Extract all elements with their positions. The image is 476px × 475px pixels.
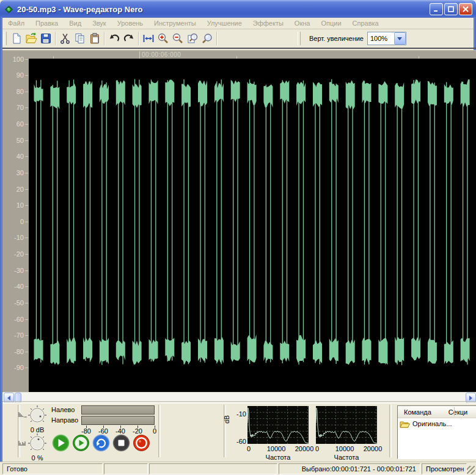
- menu-item-4[interactable]: Звук: [87, 19, 112, 27]
- menu-item-11[interactable]: Справка: [347, 19, 384, 27]
- toolbar-gripper[interactable]: [4, 32, 7, 45]
- menu-item-10[interactable]: Опции: [315, 19, 346, 27]
- toolbar-separator: [138, 32, 139, 45]
- time-ruler[interactable]: 00:00:06:000: [2, 50, 476, 59]
- level-meter-right: [81, 416, 155, 425]
- redo-button[interactable]: [122, 31, 136, 46]
- app-icon: [4, 4, 14, 15]
- spectrum-display-right: [316, 406, 377, 444]
- open-folder-icon: [25, 32, 37, 45]
- amplitude-scale: 1009080706050403020100-10-20-30-40-50-60…: [2, 59, 29, 392]
- vertical-zoom-label: Верт. увеличение: [309, 35, 364, 42]
- save-button[interactable]: [38, 31, 53, 46]
- undo-button[interactable]: [107, 31, 122, 46]
- zoom-selection-icon: [186, 32, 199, 45]
- new-document-button[interactable]: [9, 31, 24, 46]
- scale-label: -10: [3, 234, 24, 241]
- menu-item-5[interactable]: Уровень: [112, 19, 148, 27]
- zoom-selection-button[interactable]: [185, 31, 200, 46]
- resize-grip[interactable]: [467, 466, 475, 474]
- scale-label: -70: [3, 332, 24, 339]
- menu-item-6[interactable]: Инструменты: [148, 19, 202, 27]
- spectrum-ytick: -10: [233, 410, 246, 418]
- scale-label: 90: [3, 71, 24, 79]
- volume-ramp-icon: [18, 411, 27, 419]
- spectrum-xtick-label: 20000: [295, 445, 314, 452]
- meter-left-label: Налево: [51, 406, 75, 413]
- copy-icon: [74, 32, 86, 45]
- open-button[interactable]: [24, 31, 38, 46]
- paste-clipboard-icon: [89, 32, 101, 45]
- history-column-command[interactable]: Команда: [398, 408, 431, 416]
- close-button[interactable]: [459, 3, 472, 15]
- zoom-view-icon: [201, 32, 213, 45]
- loop-button[interactable]: [92, 434, 110, 452]
- spectrum-xtick-label: 0: [315, 445, 319, 452]
- menu-item-3[interactable]: Вид: [64, 19, 87, 27]
- chevron-down-icon: [397, 37, 402, 40]
- spectrum-ytick: -60: [233, 438, 246, 445]
- paste-button[interactable]: [87, 31, 102, 46]
- spectrum-xtick-label: 0: [247, 445, 251, 452]
- scale-label: 40: [3, 153, 24, 160]
- zoom-view-button[interactable]: [200, 31, 214, 46]
- spectrum-db-label: dB: [223, 415, 230, 423]
- title-bar[interactable]: 20-50.mp3 - Wave-редактор Nero: [0, 0, 476, 18]
- spectrum-xticks: 01000020000: [244, 445, 313, 453]
- status-view-mode: Просмотрен: [422, 463, 467, 474]
- mod-value-label: 0 %: [23, 454, 51, 462]
- status-panel: [149, 463, 277, 474]
- scale-label: -50: [3, 299, 24, 306]
- window-title: 20-50.mp3 - Wave-редактор Nero: [17, 5, 430, 14]
- record-button[interactable]: [133, 434, 150, 452]
- spectrum-xtick-label: 10000: [335, 445, 354, 452]
- gain-knob[interactable]: [27, 405, 48, 426]
- scale-label: 80: [3, 88, 24, 95]
- scale-label: -80: [3, 348, 24, 355]
- panel-top-groove: [2, 401, 476, 404]
- redo-arrow-icon: [123, 32, 135, 45]
- menu-item-8[interactable]: Эффекты: [247, 19, 289, 27]
- menu-item-9[interactable]: Окна: [289, 19, 316, 27]
- zoom-out-button[interactable]: [170, 31, 185, 46]
- cut-button[interactable]: [58, 31, 73, 46]
- meter-right-label: Направо: [51, 416, 78, 424]
- menu-item-2[interactable]: Правка: [30, 19, 64, 27]
- history-row[interactable]: Оригиналь...: [398, 418, 476, 429]
- menu-bar: ФайлПравкаВидЗвукУровеньИнструментыУлучш…: [2, 18, 474, 29]
- stop-button[interactable]: [112, 434, 130, 452]
- status-selection: Выбрано:00:00:01:721 - 00:00:01:721: [279, 463, 420, 474]
- copy-button[interactable]: [73, 31, 87, 46]
- transport-controls: [52, 434, 150, 452]
- spectrum-display-left: [247, 406, 309, 444]
- zoom-in-button[interactable]: [156, 31, 170, 46]
- toolbar-separator: [55, 32, 56, 45]
- scale-label: -60: [3, 316, 24, 323]
- history-column-section[interactable]: Секци: [431, 408, 467, 416]
- play-all-button[interactable]: [72, 434, 90, 452]
- ruler-timestamp: 00:00:06:000: [142, 51, 181, 58]
- toolbar-gripper[interactable]: [298, 32, 301, 45]
- menu-item-7[interactable]: Улучшение: [202, 19, 247, 27]
- scale-label: 30: [3, 169, 24, 176]
- waveform-display[interactable]: [29, 59, 476, 392]
- cut-scissors-icon: [59, 32, 71, 45]
- close-icon: [462, 5, 469, 13]
- maximize-button[interactable]: [444, 3, 458, 15]
- scale-label: -40: [3, 283, 24, 290]
- scale-label: 100: [3, 56, 24, 63]
- status-bar: Готово Выбрано:00:00:01:721 - 00:00:01:7…: [0, 462, 476, 475]
- history-row-label: Оригиналь...: [412, 420, 452, 427]
- spectrum-xlabel: Частота: [247, 454, 309, 461]
- menu-item-1[interactable]: Файл: [2, 19, 30, 27]
- minimize-button[interactable]: [430, 3, 443, 15]
- undo-arrow-icon: [108, 32, 120, 45]
- fit-width-button[interactable]: [141, 31, 156, 46]
- play-button[interactable]: [52, 434, 70, 452]
- mod-knob[interactable]: [27, 433, 48, 454]
- vertical-zoom-combobox[interactable]: 100%: [367, 32, 406, 45]
- column-divider[interactable]: [454, 407, 455, 416]
- meter-tick-label: 0: [153, 427, 156, 435]
- vertical-zoom-dropdown-button[interactable]: [394, 32, 406, 45]
- scale-label: 0: [3, 218, 24, 225]
